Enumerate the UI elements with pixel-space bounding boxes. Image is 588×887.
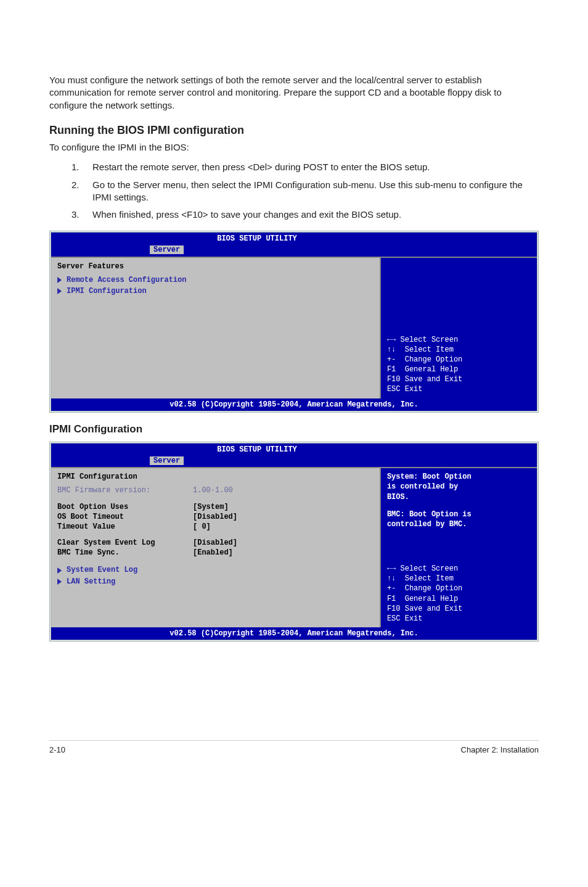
menu-item-label: LAN Setting: [67, 577, 115, 587]
help-line: F1 General Help: [387, 365, 531, 374]
step-number: 2.: [71, 179, 92, 204]
option-os-boot-timeout[interactable]: OS Boot Timeout [Disabled]: [57, 512, 374, 522]
bios-key-help: ←→ Select Screen ↑↓ Select Item +- Chang…: [387, 335, 531, 395]
bios-left-pane: Server Features Remote Access Configurat…: [51, 258, 381, 398]
bios-footer: v02.58 (C)Copyright 1985-2004, American …: [51, 627, 537, 640]
bios-section-header: IPMI Configuration: [57, 472, 374, 482]
step-text: Go to the Server menu, then select the I…: [92, 179, 539, 204]
menu-item-ipmi-config[interactable]: IPMI Configuration: [57, 286, 374, 296]
help-line: ESC Exit: [387, 614, 531, 624]
help-line: ESC Exit: [387, 384, 531, 394]
option-label: BMC Time Sync.: [57, 548, 193, 558]
option-boot-option-uses[interactable]: Boot Option Uses [System]: [57, 502, 374, 512]
help-line: ↑↓ Select Item: [387, 574, 531, 584]
context-line: [387, 502, 531, 510]
lead-text: To configure the IPMI in the BIOS:: [49, 141, 539, 154]
bios-tab-server[interactable]: Server: [150, 245, 184, 254]
step-number: 3.: [71, 208, 92, 221]
menu-item-remote-access[interactable]: Remote Access Configuration: [57, 275, 374, 285]
step-text: When finished, press <F10> to save your …: [92, 208, 401, 221]
footer-divider: [49, 740, 539, 741]
context-line: System: Boot Option: [387, 472, 531, 482]
bios-screenshot-server-features: BIOS SETUP UTILITY Server Server Feature…: [49, 231, 539, 413]
submenu-lan-setting[interactable]: LAN Setting: [57, 577, 374, 587]
help-line: F10 Save and Exit: [387, 604, 531, 614]
triangle-icon: [57, 579, 62, 585]
menu-item-label: System Event Log: [67, 565, 137, 575]
menu-item-label: IPMI Configuration: [67, 286, 147, 296]
firmware-value: 1.00-1.00: [193, 485, 233, 495]
help-line: F10 Save and Exit: [387, 374, 531, 384]
bios-title-text: BIOS SETUP UTILITY: [217, 445, 297, 455]
option-bmc-time-sync[interactable]: BMC Time Sync. [Enabled]: [57, 548, 374, 558]
section-heading: Running the BIOS IPMI configuration: [49, 123, 539, 138]
option-label: Clear System Event Log: [57, 538, 193, 548]
firmware-version-row: BMC Firmware version: 1.00-1.00: [57, 485, 374, 495]
page-number: 2-10: [49, 745, 65, 756]
triangle-icon: [57, 288, 62, 294]
step-text: Restart the remote server, then press <D…: [92, 161, 430, 173]
option-value: [Disabled]: [193, 512, 237, 522]
help-line: ←→ Select Screen: [387, 335, 531, 345]
option-clear-sel[interactable]: Clear System Event Log [Disabled]: [57, 538, 374, 548]
option-timeout-value[interactable]: Timeout Value [ 0]: [57, 522, 374, 532]
option-value: [ 0]: [193, 522, 211, 532]
intro-paragraph: You must configure the network settings …: [49, 74, 539, 112]
help-line: +- Change Option: [387, 584, 531, 593]
context-line: BMC: Boot Option is: [387, 510, 531, 519]
context-line: is controlled by: [387, 482, 531, 492]
context-line: BIOS.: [387, 492, 531, 502]
option-label: Boot Option Uses: [57, 502, 193, 512]
bios-title-text: BIOS SETUP UTILITY: [217, 234, 297, 244]
context-help: System: Boot Option is controlled by BIO…: [387, 472, 531, 529]
bios-title-bar: BIOS SETUP UTILITY: [51, 233, 537, 245]
page-footer: 2-10 Chapter 2: Installation: [49, 745, 539, 756]
context-line: controlled by BMC.: [387, 519, 531, 529]
ipmi-config-heading: IPMI Configuration: [49, 423, 539, 437]
option-value: [System]: [193, 502, 229, 512]
submenu-system-event-log[interactable]: System Event Log: [57, 565, 374, 575]
bios-title-bar: BIOS SETUP UTILITY: [51, 444, 537, 456]
bios-right-pane: ←→ Select Screen ↑↓ Select Item +- Chang…: [381, 258, 537, 398]
help-line: ↑↓ Select Item: [387, 345, 531, 355]
triangle-icon: [57, 567, 62, 574]
step-number: 1.: [71, 161, 92, 173]
step-item: 2. Go to the Server menu, then select th…: [71, 179, 539, 204]
option-label: OS Boot Timeout: [57, 512, 193, 522]
help-line: +- Change Option: [387, 355, 531, 365]
bios-left-pane: IPMI Configuration BMC Firmware version:…: [51, 468, 381, 627]
bios-right-pane: System: Boot Option is controlled by BIO…: [381, 468, 537, 627]
steps-list: 1. Restart the remote server, then press…: [71, 161, 539, 221]
help-line: F1 General Help: [387, 594, 531, 604]
step-item: 3. When finished, press <F10> to save yo…: [71, 208, 539, 221]
help-line: ←→ Select Screen: [387, 564, 531, 574]
bios-screenshot-ipmi-config: BIOS SETUP UTILITY Server IPMI Configura…: [49, 442, 539, 642]
option-label: Timeout Value: [57, 522, 193, 532]
step-item: 1. Restart the remote server, then press…: [71, 161, 539, 173]
firmware-label: BMC Firmware version:: [57, 485, 193, 495]
option-value: [Disabled]: [193, 538, 237, 548]
chapter-label: Chapter 2: Installation: [461, 745, 539, 756]
bios-footer: v02.58 (C)Copyright 1985-2004, American …: [51, 398, 537, 411]
option-value: [Enabled]: [193, 548, 233, 558]
bios-tab-server[interactable]: Server: [150, 456, 184, 465]
bios-key-help: ←→ Select Screen ↑↓ Select Item +- Chang…: [387, 564, 531, 624]
bios-section-header: Server Features: [57, 262, 374, 271]
triangle-icon: [57, 277, 62, 283]
menu-item-label: Remote Access Configuration: [67, 275, 186, 285]
